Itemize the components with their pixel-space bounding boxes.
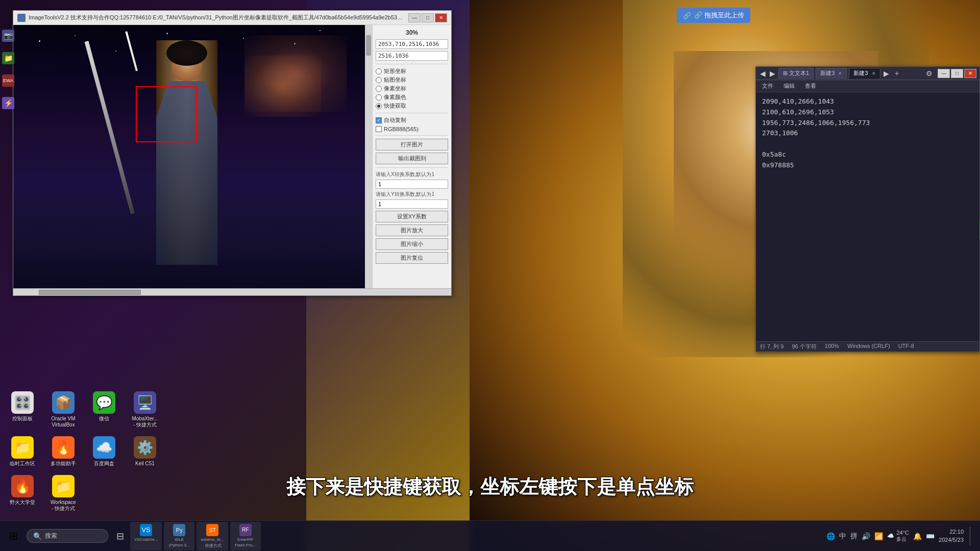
- app-control-panel[interactable]: 🎛️ 控制面板: [4, 389, 41, 430]
- tray-icon-notifications[interactable]: 🔔: [913, 532, 922, 540]
- left-icon-1[interactable]: 📷: [2, 30, 14, 42]
- menu-edit[interactable]: 编辑: [781, 81, 797, 91]
- app-label-baidu-pan: 百度网盘: [94, 461, 114, 467]
- sublime-app-sublabel: - 快捷方式: [203, 543, 222, 548]
- app-multifunc[interactable]: 🔥 多功能助手: [45, 434, 82, 469]
- app-workspace[interactable]: 📁 Workspace- 快捷方式: [45, 473, 82, 514]
- weather-icon: ☁️: [887, 533, 894, 539]
- editor-tab-2[interactable]: 新建3 ✕: [816, 68, 847, 79]
- radio-circle-5[interactable]: [376, 103, 382, 109]
- radio-circle-4[interactable]: [376, 94, 382, 101]
- maximize-button[interactable]: □: [422, 13, 434, 22]
- system-clock[interactable]: 22:10 2024/5/23: [939, 528, 964, 544]
- tray-icon-keyboard[interactable]: ⌨️: [926, 532, 935, 540]
- smartrf-icon-symbol: RF: [242, 527, 249, 533]
- export-crop-button[interactable]: 输出裁图到: [376, 153, 448, 164]
- editor-line-3: 1956,773,2486,1066,1956,773: [762, 118, 973, 129]
- checkbox-rgb-label: RGB888(565): [384, 126, 419, 132]
- divider-2: [376, 113, 448, 113]
- radio-pixel-coord[interactable]: 像素坐标: [376, 85, 448, 92]
- taskbar-search[interactable]: 🔍 搜索: [27, 529, 108, 543]
- checkbox-auto-copy-box[interactable]: ✓: [376, 117, 382, 123]
- task-view-button[interactable]: ⊟: [112, 529, 128, 544]
- start-button[interactable]: ⊞: [4, 527, 22, 545]
- show-desktop-button[interactable]: [970, 527, 972, 545]
- editor-tab-1[interactable]: ⊞ 文文本1: [778, 68, 814, 79]
- divider-3: [376, 135, 448, 136]
- editor-minimize-button[interactable]: —: [938, 69, 950, 78]
- tray-icon-pinyin[interactable]: 拼: [850, 532, 857, 541]
- radio-circle-1[interactable]: [376, 68, 382, 74]
- set-xy-button[interactable]: 设置XY系数: [376, 211, 448, 222]
- editor-maximize-button[interactable]: □: [951, 69, 963, 78]
- app-keil[interactable]: ⚙️ Keil C51: [127, 434, 163, 469]
- running-app-sublime[interactable]: ST sublime_te... - 快捷方式: [197, 522, 228, 550]
- menu-file[interactable]: 文件: [760, 81, 775, 91]
- editor-content-area[interactable]: 2090,410,2666,1043 2100,610,2696,1053 19…: [756, 92, 979, 341]
- zoom-reset-button[interactable]: 图片复位: [376, 252, 448, 264]
- radio-circle-3[interactable]: [376, 86, 382, 92]
- scrollbar-thumb-v[interactable]: [366, 35, 371, 56]
- image-tool-titlebar: ImageToolsV2.2 技术支持与合作QQ:1257784610 E:/0…: [13, 11, 451, 25]
- menu-view[interactable]: 查看: [803, 81, 818, 91]
- tab-3-close[interactable]: ✕: [872, 71, 876, 76]
- app-wildfire[interactable]: 🔥 野火大学堂: [4, 473, 41, 514]
- app-virtualbox[interactable]: 📦 Oracle VMVirtualBox: [45, 389, 82, 430]
- editor-settings-icon[interactable]: ⚙: [925, 69, 934, 78]
- checkbox-rgb-box[interactable]: [376, 126, 382, 132]
- editor-nav-right[interactable]: ▶: [769, 69, 776, 78]
- vscode-icon-symbol: VS: [141, 526, 150, 534]
- checkbox-rgb[interactable]: RGB888(565): [376, 126, 448, 132]
- vertical-scrollbar[interactable]: [365, 25, 372, 288]
- close-button[interactable]: ✕: [435, 13, 447, 22]
- status-chars: 96 个字符: [792, 343, 816, 350]
- tray-icon-wifi[interactable]: 📶: [874, 532, 883, 540]
- horizontal-scrollbar[interactable]: [13, 288, 451, 295]
- vscode-app-icon: VS: [140, 524, 152, 536]
- x-scale-label: 请输入X转换系数,默认为1: [376, 171, 448, 178]
- tray-icon-volume[interactable]: 🔊: [862, 532, 870, 540]
- app-workspace-folder[interactable]: 📁 临时工作区: [4, 434, 41, 469]
- upload-button[interactable]: 🔗 🔗 拖拽至此上传: [677, 8, 750, 23]
- zoom-level: 30%: [376, 28, 448, 37]
- idle-app-icon: Py: [173, 524, 185, 536]
- x-scale-input[interactable]: [376, 180, 448, 189]
- zoom-out-button[interactable]: 图片缩小: [376, 238, 448, 250]
- checkbox-auto-copy[interactable]: ✓ 自动复制: [376, 116, 448, 124]
- radio-quick-capture[interactable]: 快捷获取: [376, 102, 448, 110]
- open-image-button[interactable]: 打开图片: [376, 139, 448, 151]
- app-wechat[interactable]: 💬 微信: [86, 389, 122, 430]
- radio-tile-coord[interactable]: 贴图坐标: [376, 76, 448, 84]
- tray-icon-input[interactable]: 中: [839, 532, 846, 541]
- running-app-vscode[interactable]: VS VSCodeSe...: [130, 522, 162, 550]
- y-scale-label: 请输入Y转换系数,默认为1: [376, 191, 448, 197]
- left-icon-ewa[interactable]: EWA: [2, 74, 14, 87]
- y-scale-input[interactable]: [376, 199, 448, 209]
- clock-date: 2024/5/23: [939, 536, 964, 544]
- app-icon-multifunc: 🔥: [52, 436, 75, 459]
- editor-line-1: 2090,410,2666,1043: [762, 96, 973, 107]
- radio-circle-2[interactable]: [376, 77, 382, 83]
- radio-pixel-color[interactable]: 像素颜色: [376, 93, 448, 101]
- running-app-idle[interactable]: Py IDLE (Python 3...: [164, 522, 194, 550]
- editor-nav-play[interactable]: ▶: [883, 69, 890, 78]
- editor-nav-add[interactable]: ＋: [892, 69, 901, 78]
- image-canvas[interactable]: [13, 25, 372, 288]
- app-mobaxterm[interactable]: 🖥️ MobaXter...- 快捷方式: [127, 389, 163, 430]
- running-apps: VS VSCodeSe... Py IDLE (Python 3... ST s…: [128, 522, 263, 550]
- editor-close-button[interactable]: ✕: [964, 69, 976, 78]
- smartrf-app-icon: RF: [239, 524, 252, 536]
- running-app-smartrf[interactable]: RF SmartRF Flash Pro...: [230, 522, 261, 550]
- left-icon-2[interactable]: 📁: [2, 52, 14, 64]
- scrollbar-thumb-h[interactable]: [39, 290, 141, 295]
- tab-2-close[interactable]: ✕: [838, 71, 842, 76]
- tray-icon-network[interactable]: 🌐: [826, 532, 835, 540]
- weather-widget[interactable]: ☁️ 24°C 多云: [887, 530, 909, 543]
- app-baidu-pan[interactable]: ☁️ 百度网盘: [86, 434, 122, 469]
- radio-rect-coord[interactable]: 矩形坐标: [376, 67, 448, 75]
- minimize-button[interactable]: —: [408, 13, 421, 22]
- zoom-in-button[interactable]: 图片放大: [376, 224, 448, 236]
- editor-nav-left[interactable]: ◀: [759, 69, 767, 78]
- editor-tab-3[interactable]: 新建3 ✕: [849, 68, 880, 79]
- left-icon-3[interactable]: ⚡: [2, 97, 14, 109]
